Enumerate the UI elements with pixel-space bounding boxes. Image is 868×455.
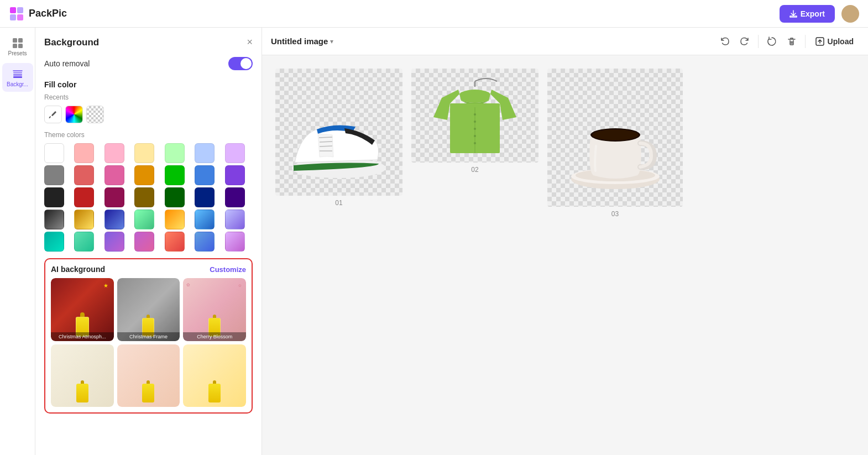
color-cell[interactable] — [225, 165, 245, 185]
color-cell[interactable] — [74, 187, 94, 207]
ai-label-christmas-frame: Christmas Frame — [117, 332, 180, 341]
logo-icon — [9, 6, 24, 22]
auto-removal-toggle[interactable] — [228, 57, 253, 70]
canvas-item-01[interactable]: 01 — [275, 69, 402, 218]
export-button[interactable]: Export — [780, 5, 835, 23]
color-cell[interactable] — [44, 232, 64, 252]
reset-icon — [767, 36, 777, 46]
logo-text: PackPic — [29, 8, 67, 19]
svg-rect-9 — [13, 74, 22, 76]
color-cell[interactable] — [44, 210, 64, 229]
ai-item-4[interactable] — [51, 344, 114, 407]
ai-label-christmas-atmosphere: Christmas Atmosph... — [51, 332, 114, 341]
svg-rect-0 — [10, 7, 16, 13]
upload-label: Upload — [828, 37, 854, 46]
ai-item-christmas-atmosphere[interactable]: ★ Christmas Atmosph... — [51, 278, 114, 341]
color-cell[interactable] — [74, 165, 94, 185]
grid-icon — [12, 37, 24, 49]
ai-item-5[interactable] — [117, 344, 180, 407]
color-cell[interactable] — [74, 210, 94, 229]
reset-button[interactable] — [763, 33, 781, 50]
theme-colors-label: Theme colors — [44, 131, 253, 139]
svg-point-20 — [474, 113, 476, 116]
canvas-row-1: 01 — [275, 69, 855, 218]
color-cell[interactable] — [44, 143, 64, 163]
delete-button[interactable] — [783, 33, 801, 50]
color-cell[interactable] — [225, 232, 245, 252]
logo: PackPic — [9, 6, 67, 22]
color-cell[interactable] — [44, 187, 64, 207]
sidebar-item-presets[interactable]: Presets — [2, 32, 33, 61]
color-cell[interactable] — [104, 187, 124, 207]
sidebar-presets-label: Presets — [8, 50, 27, 56]
image-title: Untitled image — [271, 36, 328, 46]
color-cell[interactable] — [104, 210, 124, 229]
ai-item-christmas-frame[interactable]: Christmas Frame — [117, 278, 180, 341]
color-cell[interactable] — [104, 232, 124, 252]
svg-point-22 — [474, 128, 476, 130]
svg-rect-6 — [13, 44, 17, 48]
upload-icon — [815, 37, 824, 46]
svg-line-13 — [319, 137, 332, 138]
svg-rect-2 — [10, 14, 16, 20]
recent-colors-row — [44, 106, 253, 123]
avatar[interactable] — [841, 5, 859, 23]
color-cell[interactable] — [74, 143, 94, 163]
ai-header: AI background Customize — [51, 265, 246, 274]
redo-button[interactable] — [736, 33, 754, 50]
eyedropper-icon — [49, 110, 57, 119]
fill-color-section: Fill color Recents Theme colors — [44, 80, 253, 252]
main: Presets Backgr... Background × Auto remo… — [0, 28, 868, 455]
svg-point-23 — [474, 135, 476, 137]
transparent-swatch[interactable] — [86, 106, 104, 123]
recents-label: Recents — [44, 93, 253, 101]
upload-button[interactable]: Upload — [810, 34, 859, 49]
color-cell[interactable] — [195, 187, 215, 207]
color-cell[interactable] — [195, 232, 215, 252]
color-cell[interactable] — [195, 143, 215, 163]
ai-item-6[interactable] — [183, 344, 246, 407]
color-cell[interactable] — [134, 232, 154, 252]
color-cell[interactable] — [134, 187, 154, 207]
header-right: Export — [780, 5, 859, 23]
panel-header: Background × — [44, 36, 253, 48]
color-cell[interactable] — [195, 165, 215, 185]
color-cell[interactable] — [74, 232, 94, 252]
canvas-item-02[interactable]: 02 — [411, 69, 538, 218]
color-cell[interactable] — [104, 143, 124, 163]
theme-colors-grid — [44, 143, 253, 252]
undo-icon — [720, 36, 730, 46]
color-cell[interactable] — [134, 165, 154, 185]
color-cell[interactable] — [134, 210, 154, 229]
undo-button[interactable] — [716, 33, 734, 50]
close-button[interactable]: × — [247, 36, 253, 48]
ai-item-cherry-blossom[interactable]: ✿ ✿ Cherry Blossom — [183, 278, 246, 341]
sidebar-item-background[interactable]: Backgr... — [2, 63, 33, 92]
color-cell[interactable] — [165, 165, 185, 185]
color-cell[interactable] — [225, 210, 245, 229]
image-title-row[interactable]: Untitled image ▾ — [271, 36, 333, 46]
color-cell[interactable] — [165, 143, 185, 163]
background-panel: Background × Auto removal Fill color Rec… — [35, 28, 262, 455]
color-cell[interactable] — [104, 165, 124, 185]
color-cell[interactable] — [165, 187, 185, 207]
ai-background-section: AI background Customize ★ Christmas Atmo… — [44, 258, 253, 414]
color-cell[interactable] — [165, 210, 185, 229]
canvas-content: 01 — [262, 55, 868, 455]
auto-removal-row: Auto removal — [44, 57, 253, 70]
canvas-item-03[interactable]: 03 — [547, 69, 683, 218]
color-cell[interactable] — [225, 143, 245, 163]
toolbar-divider-2 — [805, 35, 806, 48]
color-cell[interactable] — [44, 165, 64, 185]
toolbar-divider — [758, 35, 759, 48]
sidebar-icons: Presets Backgr... — [0, 28, 35, 455]
color-cell[interactable] — [195, 210, 215, 229]
rainbow-swatch[interactable] — [65, 106, 83, 123]
customize-link[interactable]: Customize — [210, 265, 246, 274]
color-cell[interactable] — [165, 232, 185, 252]
color-cell[interactable] — [134, 143, 154, 163]
eyedropper-button[interactable] — [44, 106, 62, 123]
color-cell[interactable] — [225, 187, 245, 207]
export-icon — [789, 10, 797, 18]
toggle-knob — [240, 58, 252, 69]
